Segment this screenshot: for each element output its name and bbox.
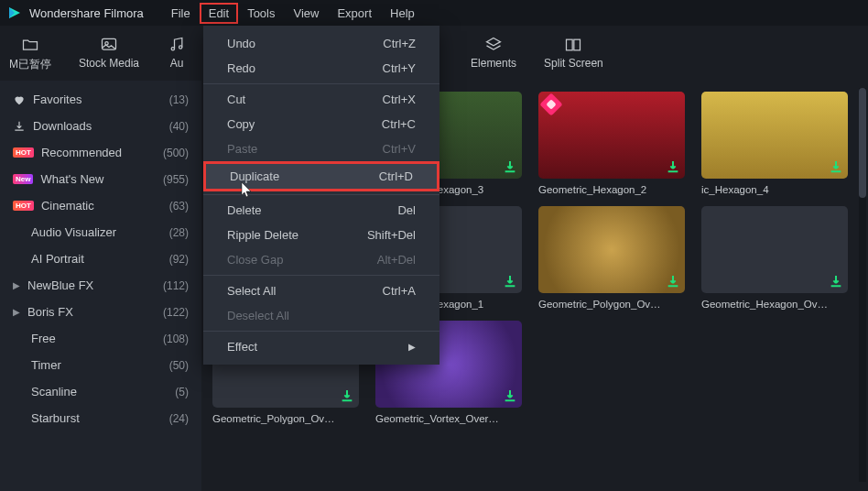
scrollbar-track[interactable] xyxy=(859,88,866,482)
sidebar-count: (108) xyxy=(163,333,189,345)
menu-item-shortcut: Ctrl+C xyxy=(382,117,416,131)
chevron-right-icon: ▶ xyxy=(13,280,20,290)
toolbar-layers[interactable]: Elements xyxy=(471,35,516,72)
toolbar-music[interactable]: Au xyxy=(167,35,187,72)
toolbar-split[interactable]: Split Screen xyxy=(544,35,603,72)
asset-thumbnail xyxy=(701,92,848,179)
sidebar-item-favorites[interactable]: Favorites(13) xyxy=(0,86,201,113)
music-icon xyxy=(167,35,187,55)
menu-item-delete[interactable]: DeleteDel xyxy=(203,198,439,223)
asset-card[interactable]: Geometric_Hexagon_2 xyxy=(538,92,685,195)
scrollbar-thumb[interactable] xyxy=(859,88,866,198)
menu-view[interactable]: View xyxy=(284,3,328,24)
asset-thumbnail xyxy=(538,92,685,179)
asset-card[interactable]: Geometric_Polygon_Ov… xyxy=(538,206,685,310)
asset-card[interactable]: ic_Hexagon_4 xyxy=(701,92,848,195)
menu-item-shortcut: Ctrl+X xyxy=(383,93,416,106)
sidebar-item-ai-portrait[interactable]: AI Portrait(92) xyxy=(0,246,201,272)
asset-thumbnail xyxy=(538,206,685,293)
sidebar-count: (122) xyxy=(163,306,189,319)
toolbar-folder[interactable]: M已暂停 xyxy=(9,35,51,72)
asset-title: ic_Hexagon_4 xyxy=(701,184,848,195)
toolbar-image[interactable]: Stock Media xyxy=(79,35,139,72)
menu-file[interactable]: File xyxy=(162,3,200,24)
menu-item-close-gap: Close GapAlt+Del xyxy=(203,247,439,272)
download-icon[interactable] xyxy=(503,274,517,289)
sidebar-label: Cinematic xyxy=(41,199,94,213)
sidebar-item-what-s-new[interactable]: NewWhat's New(955) xyxy=(0,166,201,192)
download-icon[interactable] xyxy=(829,159,843,174)
sidebar-item-timer[interactable]: Timer(50) xyxy=(0,352,201,378)
toolbar-label: Stock Media xyxy=(79,57,139,70)
menu-item-label: Effect xyxy=(227,340,257,354)
menu-item-cut[interactable]: CutCtrl+X xyxy=(203,87,439,112)
menu-item-label: Redo xyxy=(227,61,255,75)
sidebar-label: Starburst xyxy=(31,411,80,425)
menu-separator xyxy=(203,331,439,332)
menu-item-redo[interactable]: RedoCtrl+Y xyxy=(203,56,439,81)
menu-item-select-all[interactable]: Select AllCtrl+A xyxy=(203,278,439,303)
sidebar-label: Downloads xyxy=(33,119,92,133)
sidebar-item-downloads[interactable]: Downloads(40) xyxy=(0,113,201,139)
sidebar-item-newblue-fx[interactable]: ▶NewBlue FX(112) xyxy=(0,272,201,299)
menu-item-copy[interactable]: CopyCtrl+C xyxy=(203,112,439,136)
download-icon[interactable] xyxy=(666,159,680,174)
menu-item-label: Ripple Delete xyxy=(227,228,298,242)
toolbar-label: Au xyxy=(170,57,184,70)
chevron-right-icon: ▶ xyxy=(408,342,416,352)
sidebar-count: (24) xyxy=(169,412,189,425)
sidebar-item-audio-visualizer[interactable]: Audio Visualizer(28) xyxy=(0,219,201,246)
menu-help[interactable]: Help xyxy=(381,3,424,24)
sidebar-count: (112) xyxy=(163,279,189,292)
menu-item-duplicate[interactable]: DuplicateCtrl+D xyxy=(203,161,439,191)
download-icon[interactable] xyxy=(340,388,354,403)
download-icon[interactable] xyxy=(666,274,680,289)
sidebar-item-boris-fx[interactable]: ▶Boris FX(122) xyxy=(0,299,201,325)
download-icon[interactable] xyxy=(829,274,843,289)
menu-separator xyxy=(203,83,439,84)
badge-hot: HOT xyxy=(13,201,34,211)
sidebar-label: Favorites xyxy=(33,93,81,106)
svg-rect-7 xyxy=(574,39,580,50)
sidebar-item-cinematic[interactable]: HOTCinematic(63) xyxy=(0,192,201,219)
download-icon xyxy=(13,120,26,133)
asset-title: Geometric_Hexagon_2 xyxy=(538,184,685,195)
sidebar-count: (13) xyxy=(169,93,189,106)
sidebar-count: (955) xyxy=(163,173,189,186)
menu-item-shortcut: Ctrl+Z xyxy=(383,37,416,50)
folder-icon xyxy=(20,35,40,55)
app-title: Wondershare Filmora xyxy=(29,6,144,20)
menu-item-shortcut: Shift+Del xyxy=(367,228,416,242)
sidebar-item-scanline[interactable]: Scanline(5) xyxy=(0,378,201,405)
menu-item-paste: PasteCtrl+V xyxy=(203,136,439,161)
toolbar-label: M已暂停 xyxy=(9,57,51,72)
split-icon xyxy=(563,35,583,55)
asset-card[interactable]: Geometric_Hexagon_Ov… xyxy=(701,206,848,310)
sidebar-count: (50) xyxy=(169,359,189,372)
sidebar-item-starburst[interactable]: Starburst(24) xyxy=(0,405,201,431)
menu-bar: FileEditToolsViewExportHelp xyxy=(162,5,424,21)
sidebar-label: Audio Visualizer xyxy=(31,225,116,239)
menu-export[interactable]: Export xyxy=(328,3,381,24)
menu-item-ripple-delete[interactable]: Ripple DeleteShift+Del xyxy=(203,223,439,247)
asset-title: Geometric_Vortex_Over… xyxy=(375,413,522,424)
sidebar-count: (28) xyxy=(169,226,189,239)
menu-tools[interactable]: Tools xyxy=(238,3,284,24)
menu-item-shortcut: Ctrl+A xyxy=(383,284,416,298)
sidebar-label: Timer xyxy=(31,358,61,372)
heart-icon xyxy=(13,93,26,106)
menu-item-undo[interactable]: UndoCtrl+Z xyxy=(203,31,439,56)
sidebar-item-recommended[interactable]: HOTRecommended(500) xyxy=(0,139,201,166)
toolbar-label: Split Screen xyxy=(544,57,603,70)
asset-title: Geometric_Polygon_Ov… xyxy=(212,413,359,424)
sidebar-item-free[interactable]: Free(108) xyxy=(0,325,201,352)
sidebar-label: Recommended xyxy=(41,146,122,159)
menu-item-effect[interactable]: Effect▶ xyxy=(203,334,439,359)
chevron-right-icon: ▶ xyxy=(13,307,20,317)
menu-item-label: Undo xyxy=(227,37,255,50)
download-icon[interactable] xyxy=(503,388,517,403)
download-icon[interactable] xyxy=(503,159,517,174)
menu-item-shortcut: Ctrl+V xyxy=(383,142,416,156)
menu-edit[interactable]: Edit xyxy=(200,3,238,24)
menu-item-label: Select All xyxy=(227,284,276,298)
